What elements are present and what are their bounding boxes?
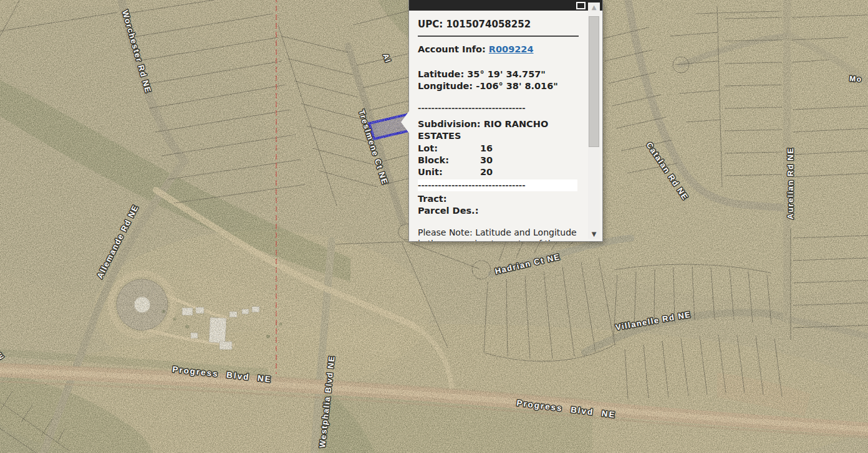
account-info-label: Account Info:	[418, 44, 489, 54]
parcel-map-app: { "popup": { "close_glyph": "✕", "scroll…	[0, 0, 868, 453]
lot-value: 16	[480, 143, 493, 153]
block-row: Block:30	[418, 155, 577, 166]
subdivision-value: Subdivision: RIO RANCHO ESTATES	[418, 118, 574, 142]
unit-value: 20	[480, 167, 493, 177]
lot-label: Lot:	[418, 143, 480, 155]
latitude-value: Latitude: 35° 19' 34.757"	[418, 69, 577, 80]
upc-value: UPC: 1015074058252	[418, 19, 577, 31]
scroll-down-arrow-icon[interactable]: ▼	[588, 231, 600, 237]
lot-row: Lot:16	[418, 143, 577, 155]
longitude-value: Longitude: -106° 38' 8.016"	[418, 80, 577, 92]
road-label: Aurelian Rd NE	[786, 147, 795, 219]
restore-window-icon[interactable]	[576, 2, 586, 9]
parcel-des-label: Parcel Des.:	[418, 205, 577, 217]
dashed-separator: --------------------------------	[418, 179, 577, 191]
block-value: 30	[480, 155, 493, 165]
block-label: Block:	[418, 155, 480, 166]
popup-scrollbar[interactable]: ▲ ▼	[588, 2, 600, 239]
popup-titlebar: ✕	[409, 0, 602, 11]
account-info-link[interactable]: R009224	[489, 44, 534, 54]
account-info-line: Account Info: R009224	[418, 44, 577, 55]
parcel-info-popup: ✕ UPC: 1015074058252 Account Info: R0092…	[409, 0, 602, 241]
dashed-separator: --------------------------------	[418, 103, 577, 113]
tract-label: Tract:	[418, 193, 577, 205]
unit-row: Unit:20	[418, 166, 577, 178]
road-label-partial: Mo	[849, 74, 862, 83]
scroll-up-arrow-icon[interactable]: ▲	[588, 4, 600, 11]
note-text: Please Note: Latitude and Longitude is t…	[418, 227, 577, 241]
unit-label: Unit:	[418, 166, 480, 178]
divider	[418, 36, 579, 37]
scrollbar-thumb[interactable]	[589, 16, 599, 147]
popup-body: UPC: 1015074058252 Account Info: R009224…	[409, 11, 602, 241]
